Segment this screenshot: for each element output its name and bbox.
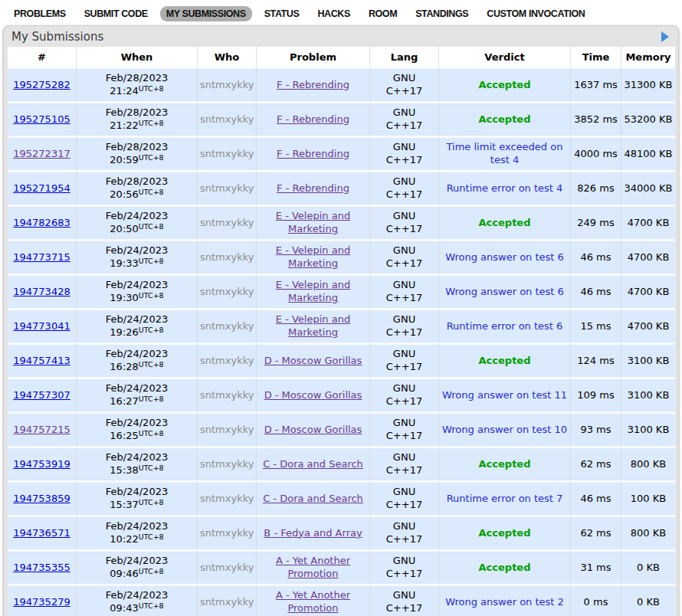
problem-cell: D - Moscow Gorillas [257, 342, 370, 377]
column-header-who: Who [198, 47, 257, 67]
verdict-cell: Accepted [439, 446, 571, 480]
nav-item-standings[interactable]: STANDINGS [409, 6, 474, 21]
problem-link[interactable]: D - Moscow Gorillas [264, 389, 362, 401]
verdict-text: Runtime error on test 4 [447, 182, 563, 195]
submission-id-cell: 194735279 [8, 584, 77, 616]
nav-item-custom-invocation[interactable]: CUSTOM INVOCATION [480, 6, 591, 21]
verdict-cell: Wrong answer on test 10 [439, 411, 571, 446]
when-cell: Feb/24/2023 16:27UTC+8 [77, 377, 198, 411]
submission-id-link[interactable]: 194773428 [13, 286, 70, 297]
column-header-when: When [77, 47, 198, 67]
lang-cell: GNU C++17 [370, 446, 439, 480]
submission-id-cell: 194736571 [8, 515, 77, 549]
submission-row: 195271954 Feb/28/2023 20:56UTC+8 sntmxyk… [8, 170, 675, 205]
submission-id-link[interactable]: 195272317 [13, 148, 70, 159]
problem-link[interactable]: F - Rebrending [277, 113, 349, 125]
time-cell: 124 ms [571, 342, 621, 377]
nav-item-hacks[interactable]: HACKS [311, 6, 356, 21]
submission-id-link[interactable]: 194757413 [13, 355, 70, 366]
when-cell: Feb/24/2023 09:46UTC+8 [77, 549, 198, 584]
submission-id-cell: 194773041 [8, 308, 77, 342]
submission-time: 20:59UTC+8 [79, 154, 195, 167]
verdict-text: Wrong answer on test 2 [445, 596, 564, 609]
problem-link[interactable]: D - Moscow Gorillas [264, 355, 362, 366]
who-cell: sntmxykky [198, 584, 257, 616]
problem-link[interactable]: F - Rebrending [277, 182, 349, 194]
verdict-text: Accepted [479, 217, 531, 230]
problem-link[interactable]: E - Velepin and Marketing [276, 210, 350, 234]
submission-time: 09:46UTC+8 [79, 568, 195, 581]
problem-link[interactable]: D - Moscow Gorillas [264, 424, 362, 435]
submission-id-link[interactable]: 194753919 [13, 458, 70, 470]
timezone-label: UTC+8 [139, 567, 164, 575]
submission-row: 194735279 Feb/24/2023 09:43UTC+8 sntmxyk… [8, 584, 675, 616]
submission-id-link[interactable]: 194735355 [13, 562, 70, 573]
verdict-text: Wrong answer on test 6 [445, 251, 564, 264]
problem-cell: C - Dora and Search [257, 480, 370, 515]
problem-cell: F - Rebrending [257, 170, 370, 205]
submission-date: Feb/24/2023 [79, 555, 195, 568]
problem-link[interactable]: A - Yet Another Promotion [276, 555, 350, 579]
verdict-text: Wrong answer on test 6 [445, 286, 564, 299]
submission-id-link[interactable]: 195275105 [13, 113, 70, 125]
submission-id-link[interactable]: 194757215 [13, 424, 70, 435]
submission-id-link[interactable]: 194757307 [13, 389, 70, 401]
submission-date: Feb/24/2023 [79, 451, 195, 464]
lang-cell: GNU C++17 [370, 342, 439, 377]
submission-id-link[interactable]: 194753859 [13, 493, 70, 504]
nav-item-submit-code[interactable]: SUBMIT CODE [78, 6, 154, 21]
timezone-label: UTC+8 [139, 153, 164, 162]
problem-cell: E - Velepin and Marketing [257, 308, 370, 342]
time-cell: 46 ms [571, 480, 621, 515]
verdict-cell: Accepted [439, 515, 571, 549]
submission-date: Feb/28/2023 [79, 72, 195, 85]
timezone-label: UTC+8 [139, 188, 164, 196]
time-cell: 62 ms [571, 446, 621, 480]
who-cell: sntmxykky [198, 446, 257, 480]
submission-time: 21:24UTC+8 [79, 85, 195, 98]
time-cell: 46 ms [571, 274, 621, 308]
problem-link[interactable]: C - Dora and Search [263, 458, 363, 470]
problem-link[interactable]: F - Rebrending [277, 79, 349, 90]
nav-item-problems[interactable]: PROBLEMS [8, 6, 72, 21]
submission-date: Feb/24/2023 [79, 279, 195, 292]
submission-id-link[interactable]: 194773041 [13, 320, 70, 332]
submission-id-link[interactable]: 194782683 [13, 217, 70, 228]
submission-row: 195272317 Feb/28/2023 20:59UTC+8 sntmxyk… [8, 136, 675, 170]
submission-id-cell: 195271954 [8, 170, 77, 205]
who-cell: sntmxykky [198, 136, 257, 170]
timezone-label: UTC+8 [139, 601, 164, 610]
who-cell: sntmxykky [198, 205, 257, 239]
when-cell: Feb/24/2023 15:37UTC+8 [77, 480, 198, 515]
memory-cell: 100 KB [621, 480, 675, 515]
problem-link[interactable]: E - Velepin and Marketing [276, 244, 350, 269]
lang-cell: GNU C++17 [370, 136, 439, 170]
problem-link[interactable]: A - Yet Another Promotion [276, 589, 350, 614]
problem-link[interactable]: E - Velepin and Marketing [276, 313, 350, 338]
problem-link[interactable]: C - Dora and Search [263, 493, 363, 504]
memory-cell: 3100 KB [621, 411, 675, 446]
nav-item-my-submissions[interactable]: MY SUBMISSIONS [160, 6, 252, 21]
problem-cell: B - Fedya and Array [257, 515, 370, 549]
problem-link[interactable]: E - Velepin and Marketing [276, 279, 350, 303]
nav-item-room[interactable]: ROOM [362, 6, 403, 21]
time-cell: 3852 ms [571, 101, 621, 136]
problem-link[interactable]: B - Fedya and Array [264, 527, 362, 539]
submission-id-link[interactable]: 194773715 [13, 251, 70, 263]
submission-id-cell: 194757413 [8, 342, 77, 377]
timezone-label: UTC+8 [139, 532, 164, 541]
submission-date: Feb/24/2023 [79, 486, 195, 499]
submission-id-link[interactable]: 194735279 [13, 596, 70, 608]
nav-item-status[interactable]: STATUS [258, 6, 306, 21]
verdict-text: Accepted [479, 79, 531, 92]
problem-link[interactable]: F - Rebrending [277, 148, 349, 159]
submission-id-link[interactable]: 194736571 [13, 527, 70, 539]
submission-id-link[interactable]: 195275282 [13, 79, 70, 90]
play-arrow-icon[interactable] [661, 31, 669, 42]
submission-id-link[interactable]: 195271954 [13, 182, 70, 194]
time-cell: 0 ms [571, 584, 621, 616]
submission-date: Feb/24/2023 [79, 348, 195, 361]
problem-cell: F - Rebrending [257, 67, 370, 101]
timezone-label: UTC+8 [139, 326, 164, 334]
verdict-cell: Accepted [439, 549, 571, 584]
